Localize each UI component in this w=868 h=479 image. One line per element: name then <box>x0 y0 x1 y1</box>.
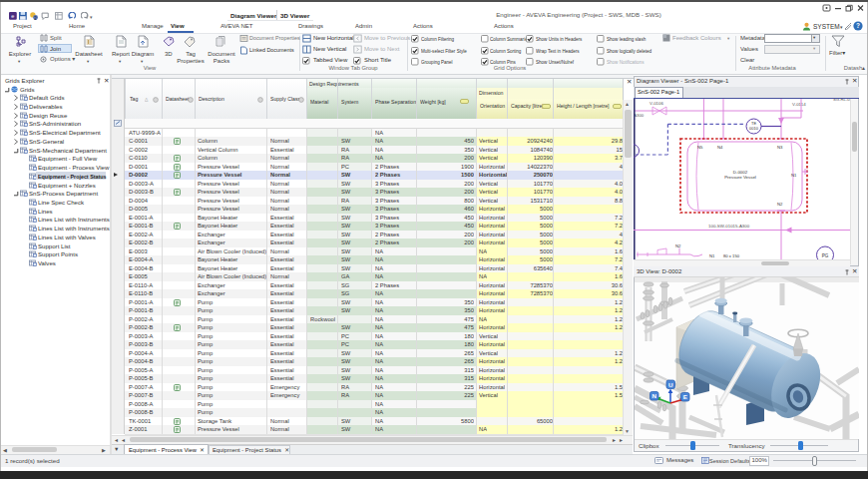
svg-text:N: N <box>651 392 656 399</box>
svg-text:100-SW-01015-A300: 100-SW-01015-A300 <box>708 224 750 229</box>
svg-text:N5: N5 <box>697 145 703 150</box>
svg-text:N4: N4 <box>717 145 723 150</box>
svg-text:PG: PG <box>822 253 829 258</box>
svg-text:E: E <box>683 393 687 400</box>
svg-text:5A300: 5A300 <box>634 113 645 118</box>
svg-text:D-0002: D-0002 <box>733 170 748 175</box>
svg-text:0010: 0010 <box>749 126 759 131</box>
svg-text:N2: N2 <box>777 202 783 207</box>
svg-text:V-0114: V-0114 <box>792 102 806 107</box>
svg-text:N1: N1 <box>791 173 797 178</box>
svg-text:SG-RL-010: SG-RL-010 <box>833 99 851 102</box>
svg-text:e: e <box>11 13 14 19</box>
svg-text:N2: N2 <box>675 243 681 248</box>
svg-text:N1: N1 <box>709 253 715 258</box>
svg-text:Pressure Vessel: Pressure Vessel <box>724 175 756 180</box>
svg-text:N3: N3 <box>777 145 783 150</box>
svg-text:?: ? <box>856 22 860 29</box>
svg-text:U: U <box>668 381 673 388</box>
svg-text:80 x 150: 80 x 150 <box>723 253 740 258</box>
svg-text:V-0106: V-0106 <box>650 101 663 106</box>
